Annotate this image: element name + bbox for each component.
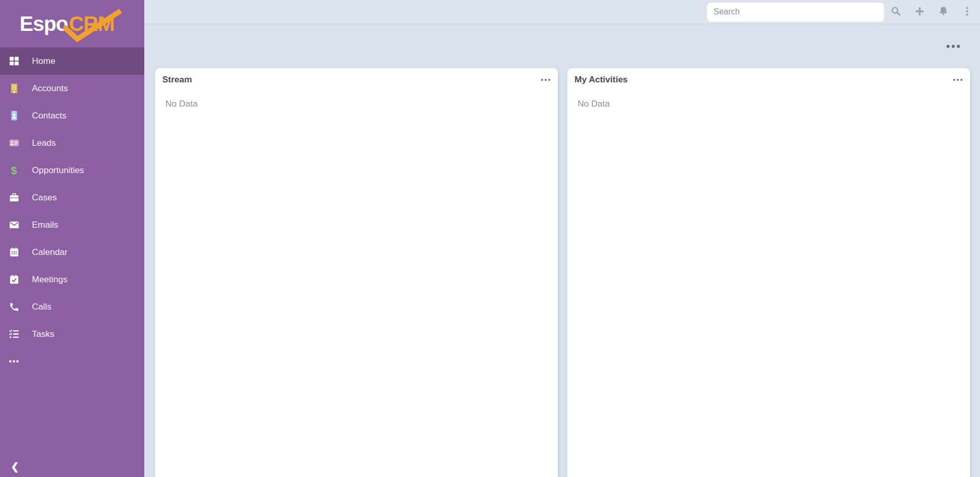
- sidebar-item-accounts[interactable]: Accounts: [0, 75, 144, 102]
- espocrm-app: EspoCRM Home Accounts Contacts: [0, 0, 980, 477]
- sidebar-item-label: Home: [32, 56, 55, 66]
- no-data-text: No Data: [578, 99, 610, 109]
- logo-text: EspoCRM: [20, 12, 114, 36]
- topbar: [144, 0, 980, 24]
- dashlet-ellipsis-icon: [953, 79, 962, 81]
- dashlet-title: My Activities: [575, 75, 628, 85]
- sidebar-item-more[interactable]: [0, 348, 144, 375]
- more-ellipsis-icon: [8, 356, 20, 367]
- id-card-icon: [8, 138, 20, 149]
- quick-create-plus-icon: [914, 6, 925, 19]
- dashlet-body: No Data: [155, 85, 558, 123]
- chevron-left-icon: ❮: [11, 461, 19, 472]
- sidebar-item-cases[interactable]: Cases: [0, 184, 144, 211]
- sidebar-item-contacts[interactable]: Contacts: [0, 102, 144, 129]
- sidebar-item-calendar[interactable]: Calendar: [0, 238, 144, 266]
- logo-crm: CRM: [69, 12, 114, 36]
- dashlet-my-activities: My Activities No Data: [567, 68, 970, 477]
- main-area: Stream No Data My Activities: [144, 0, 980, 477]
- search-icon: [890, 6, 902, 19]
- dashboard-menu-button[interactable]: [943, 42, 963, 51]
- sidebar-item-meetings[interactable]: Meetings: [0, 266, 144, 293]
- id-badge-icon: [8, 110, 20, 122]
- dashlet-ellipsis-icon: [541, 79, 550, 81]
- envelope-icon: [8, 219, 20, 231]
- sidebar-item-calls[interactable]: Calls: [0, 293, 144, 320]
- sidebar-collapse-button[interactable]: ❮: [7, 458, 23, 474]
- sidebar-item-leads[interactable]: Leads: [0, 129, 144, 157]
- building-icon: [8, 83, 20, 94]
- dashboard-ellipsis-icon: [947, 45, 960, 48]
- sidebar-item-label: Accounts: [32, 83, 68, 94]
- sidebar: EspoCRM Home Accounts Contacts: [0, 0, 144, 477]
- dashlet-header: Stream: [155, 68, 558, 85]
- sidebar-item-label: Tasks: [32, 329, 54, 339]
- briefcase-icon: [8, 192, 20, 203]
- calendar-icon: [8, 247, 20, 258]
- dollar-icon: $: [8, 165, 20, 176]
- home-grid-icon: [8, 56, 20, 67]
- kebab-menu-icon: [961, 6, 973, 19]
- sidebar-item-home[interactable]: Home: [0, 47, 144, 75]
- phone-icon: [8, 301, 20, 313]
- sidebar-item-label: Opportunities: [32, 165, 84, 176]
- sidebar-item-tasks[interactable]: Tasks: [0, 320, 144, 348]
- sidebar-nav: Home Accounts Contacts Leads: [0, 47, 144, 375]
- sidebar-item-emails[interactable]: Emails: [0, 211, 144, 238]
- dashlet-menu-button[interactable]: [952, 76, 964, 84]
- logo-espo: Espo: [20, 12, 68, 36]
- sidebar-item-label: Calendar: [32, 247, 67, 258]
- search-input[interactable]: [707, 3, 884, 22]
- calendar-check-icon: [8, 274, 20, 285]
- search-button[interactable]: [884, 0, 908, 24]
- global-menu-button[interactable]: [955, 0, 979, 24]
- sidebar-item-label: Calls: [32, 302, 52, 312]
- tasks-list-icon: [8, 329, 20, 340]
- notifications-bell-icon: [938, 6, 949, 19]
- dashboard-header: [155, 24, 970, 68]
- no-data-text: No Data: [165, 99, 197, 109]
- sidebar-item-label: Cases: [32, 193, 57, 203]
- dashlet-menu-button[interactable]: [540, 76, 551, 84]
- notifications-button[interactable]: [932, 0, 955, 24]
- sidebar-item-label: Leads: [32, 138, 56, 148]
- sidebar-item-opportunities[interactable]: $ Opportunities: [0, 157, 144, 184]
- dashlet-title: Stream: [162, 75, 192, 85]
- dashboard: Stream No Data My Activities: [144, 24, 980, 477]
- dashlet-row: Stream No Data My Activities: [155, 68, 970, 477]
- sidebar-item-label: Emails: [32, 220, 58, 230]
- dashlet-header: My Activities: [567, 68, 970, 85]
- dashlet-stream: Stream No Data: [155, 68, 558, 477]
- quick-create-button[interactable]: [908, 0, 932, 24]
- espocrm-logo[interactable]: EspoCRM: [0, 0, 144, 47]
- sidebar-item-label: Contacts: [32, 111, 66, 121]
- dashlet-body: No Data: [567, 85, 970, 123]
- sidebar-item-label: Meetings: [32, 275, 67, 285]
